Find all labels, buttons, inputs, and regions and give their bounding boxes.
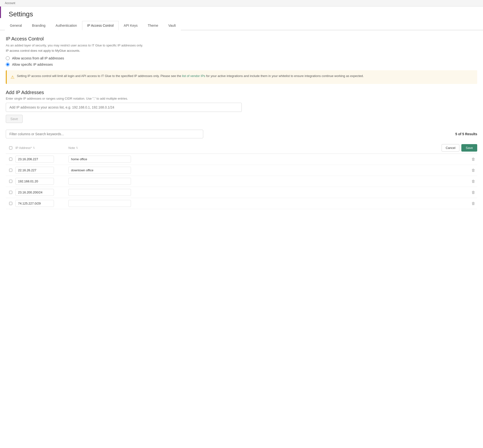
row-checkbox-2[interactable] <box>9 180 12 183</box>
filter-row: 5 of 5 Results <box>6 130 477 138</box>
add-ip-input[interactable] <box>6 103 242 112</box>
row-note-input-0[interactable] <box>68 156 131 163</box>
row-note-input-4[interactable] <box>68 200 131 207</box>
header-note: Note ⇅ <box>68 146 442 150</box>
select-all-checkbox[interactable] <box>9 146 12 149</box>
warning-text: Setting IP access control will limit all… <box>17 74 364 79</box>
row-note-input-2[interactable] <box>68 178 131 185</box>
tab-ip-access-control[interactable]: IP Access Control <box>82 21 119 30</box>
warning-icon: ⚠ <box>11 74 15 81</box>
radio-all-text: Allow access from all IP addresses <box>12 56 64 60</box>
table-row: 🗑 <box>6 154 477 165</box>
table-row: 🗑 <box>6 165 477 176</box>
ip-access-desc2: IP access control does not apply to MyGl… <box>6 49 477 52</box>
tab-vault[interactable]: Vault <box>163 21 181 30</box>
delete-row-button-2[interactable]: 🗑 <box>469 178 477 184</box>
table-header-row: IP Address* ⇅ Note ⇅ Cancel Save <box>6 142 477 154</box>
save-button[interactable]: Save <box>461 144 477 152</box>
header-ip: IP Address* ⇅ <box>16 146 68 150</box>
top-bar: Account <box>0 0 483 7</box>
row-checkbox-cell <box>6 169 16 172</box>
row-note-cell <box>68 200 469 207</box>
delete-row-button-0[interactable]: 🗑 <box>469 156 477 162</box>
vendor-ips-link[interactable]: list of vendor IPs <box>182 74 205 78</box>
row-checkbox-4[interactable] <box>9 202 12 205</box>
row-ip-cell <box>16 200 68 207</box>
delete-row-button-4[interactable]: 🗑 <box>469 200 477 207</box>
row-ip-input-2[interactable] <box>16 178 54 185</box>
table-row: 🗑 <box>6 187 477 198</box>
tabs-bar: GeneralBrandingAuthenticationIP Access C… <box>0 21 483 30</box>
breadcrumb: Account <box>5 1 15 5</box>
row-note-cell <box>68 156 469 163</box>
tab-theme[interactable]: Theme <box>143 21 163 30</box>
row-checkbox-0[interactable] <box>9 158 12 161</box>
radio-specific-label[interactable]: Allow specific IP addresses <box>6 63 477 66</box>
table-rows-container: 🗑 🗑 🗑 <box>6 154 477 209</box>
warning-text-before: Setting IP access control will limit all… <box>17 74 182 78</box>
header-checkbox-cell <box>6 146 16 149</box>
row-ip-cell <box>16 189 68 196</box>
header-actions: Cancel Save <box>442 144 477 152</box>
row-ip-input-3[interactable] <box>16 189 54 196</box>
table-row: 🗑 <box>6 176 477 187</box>
row-checkbox-3[interactable] <box>9 191 12 194</box>
tab-api-keys[interactable]: API Keys <box>119 21 143 30</box>
add-ip-section: Add IP Addresses Enter single IP address… <box>6 90 477 123</box>
page-header: Settings <box>0 7 483 18</box>
tab-branding[interactable]: Branding <box>27 21 50 30</box>
row-note-cell <box>68 189 469 196</box>
main-content: IP Access Control As an added layer of s… <box>0 30 483 215</box>
row-ip-input-1[interactable] <box>16 167 54 174</box>
row-checkbox-cell <box>6 158 16 161</box>
page-title: Settings <box>6 10 478 18</box>
row-note-input-3[interactable] <box>68 189 131 196</box>
radio-specific-input[interactable] <box>6 63 10 66</box>
row-ip-cell <box>16 178 68 185</box>
radio-specific-text: Allow specific IP addresses <box>12 63 53 66</box>
row-checkbox-cell <box>6 180 16 183</box>
delete-row-button-3[interactable]: 🗑 <box>469 189 477 196</box>
add-ip-desc: Enter single IP addresses or ranges usin… <box>6 97 477 100</box>
ip-access-section: IP Access Control As an added layer of s… <box>6 36 477 84</box>
cancel-button[interactable]: Cancel <box>442 144 459 152</box>
row-ip-cell <box>16 167 68 174</box>
row-note-cell <box>68 178 469 185</box>
ip-table: IP Address* ⇅ Note ⇅ Cancel Save 🗑 <box>6 142 477 209</box>
row-checkbox-cell <box>6 191 16 194</box>
warning-text-after: for your active integrations and include… <box>205 74 364 78</box>
header-note-label: Note <box>68 146 75 150</box>
ip-access-title: IP Access Control <box>6 36 477 42</box>
filter-input[interactable] <box>6 130 203 138</box>
radio-group: Allow access from all IP addresses Allow… <box>6 56 477 66</box>
header-ip-label: IP Address* <box>16 146 32 150</box>
row-ip-input-0[interactable] <box>16 156 54 163</box>
row-ip-cell <box>16 156 68 163</box>
note-sort-icon[interactable]: ⇅ <box>76 146 78 149</box>
row-note-input-1[interactable] <box>68 167 131 174</box>
add-ip-save-button[interactable]: Save <box>6 115 23 123</box>
tab-authentication[interactable]: Authentication <box>50 21 82 30</box>
results-count: 5 of 5 Results <box>455 132 477 136</box>
radio-all-label[interactable]: Allow access from all IP addresses <box>6 56 477 60</box>
row-checkbox-cell <box>6 202 16 205</box>
row-ip-input-4[interactable] <box>16 200 54 207</box>
delete-row-button-1[interactable]: 🗑 <box>469 167 477 174</box>
ip-sort-icon[interactable]: ⇅ <box>33 146 35 149</box>
row-note-cell <box>68 167 469 174</box>
warning-box: ⚠ Setting IP access control will limit a… <box>6 70 477 84</box>
radio-all-input[interactable] <box>6 56 10 60</box>
row-checkbox-1[interactable] <box>9 169 12 172</box>
table-row: 🗑 <box>6 198 477 209</box>
tab-general[interactable]: General <box>5 21 27 30</box>
ip-access-desc1: As an added layer of security, you may r… <box>6 43 477 48</box>
add-ip-title: Add IP Addresses <box>6 90 477 95</box>
